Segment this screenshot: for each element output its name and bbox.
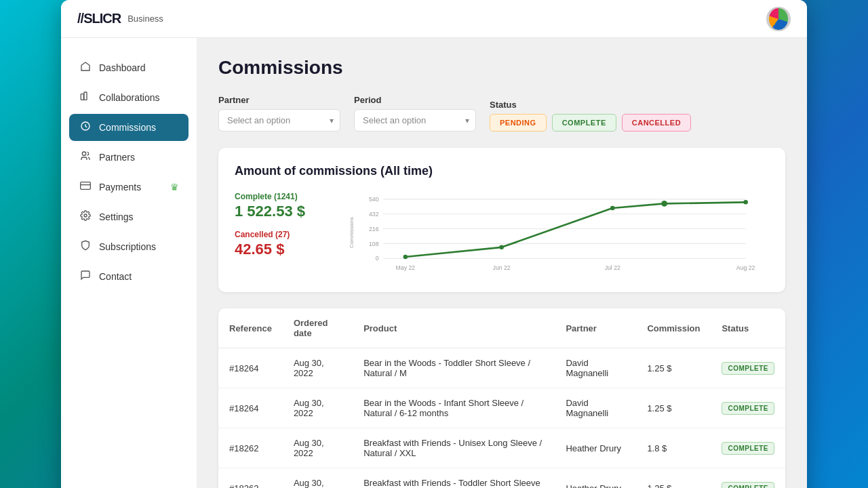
sidebar-item-contact[interactable]: Contact	[69, 263, 189, 290]
cell-product: Bear in the Woods - Toddler Short Sleeve…	[353, 348, 555, 388]
cell-product: Breakfast with Friends - Unisex Long Sle…	[353, 428, 555, 468]
period-filter-group: Period Select an option	[354, 95, 476, 131]
commissions-table: Reference Ordered date Product Partner C…	[218, 308, 785, 488]
sidebar-item-partners[interactable]: Partners	[69, 144, 189, 171]
sidebar-item-collaborations[interactable]: Collaborations	[69, 84, 189, 111]
sidebar-label-contact: Contact	[99, 271, 132, 282]
cell-reference: #18262	[218, 468, 283, 489]
partner-filter-label: Partner	[218, 95, 340, 105]
sidebar-label-partners: Partners	[99, 152, 135, 163]
status-filter-buttons: PENDING COMPLETE CANCELLED	[490, 114, 691, 131]
partner-filter-group: Partner Select an option	[218, 95, 340, 131]
cell-partner: Heather Drury	[555, 468, 636, 489]
chart-svg-wrapper: 540 432 216 108 0 Commissions	[338, 192, 769, 276]
status-badge: COMPLETE	[722, 362, 774, 375]
svg-text:108: 108	[369, 241, 379, 247]
sidebar-item-payments[interactable]: Payments ♛	[69, 174, 189, 201]
table-body: #18264 Aug 30, 2022 Bear in the Woods - …	[218, 348, 785, 489]
svg-point-22	[743, 200, 748, 205]
svg-point-6	[84, 214, 87, 217]
col-ordered-date: Ordered date	[283, 308, 353, 348]
svg-point-3	[82, 152, 85, 155]
contact-icon	[79, 270, 92, 283]
settings-icon	[79, 210, 92, 224]
user-avatar[interactable]	[766, 7, 791, 31]
cell-status: COMPLETE	[711, 388, 785, 428]
table-row: #18264 Aug 30, 2022 Bear in the Woods - …	[218, 348, 785, 388]
logo-text: //SLICR	[77, 11, 121, 26]
header: //SLICR Business	[61, 0, 807, 38]
cell-reference: #18264	[218, 388, 283, 428]
cell-commission: 1.25 $	[636, 348, 711, 388]
svg-text:216: 216	[369, 226, 379, 232]
sidebar-item-dashboard[interactable]: Dashboard	[69, 54, 189, 81]
sidebar-item-subscriptions[interactable]: Subscriptions	[69, 233, 189, 260]
sidebar-label-dashboard: Dashboard	[99, 62, 146, 73]
table-row: #18262 Aug 30, 2022 Breakfast with Frien…	[218, 428, 785, 468]
sidebar: Dashboard Collaborations	[61, 38, 197, 488]
logo-business: Business	[127, 14, 163, 24]
sidebar-item-commissions[interactable]: Commissions	[69, 114, 189, 141]
home-icon	[79, 61, 92, 75]
cell-product: Bear in the Woods - Infant Short Sleeve …	[353, 388, 555, 428]
status-badge: COMPLETE	[722, 482, 774, 489]
cell-status: COMPLETE	[711, 348, 785, 388]
svg-text:540: 540	[369, 196, 379, 203]
status-cancelled-button[interactable]: CANCELLED	[622, 114, 691, 131]
svg-point-20	[610, 206, 615, 211]
status-filter-label: Status	[490, 100, 691, 110]
col-partner: Partner	[555, 308, 636, 348]
cell-ordered-date: Aug 30, 2022	[283, 468, 353, 489]
cancelled-value: 42.65 $	[235, 241, 316, 258]
table-header: Reference Ordered date Product Partner C…	[218, 308, 785, 348]
partners-icon	[79, 150, 92, 164]
complete-value: 1 522.53 $	[235, 203, 316, 220]
cell-commission: 1.25 $	[636, 468, 711, 489]
period-select-wrapper: Select an option	[354, 109, 476, 131]
collaborations-icon	[79, 91, 92, 104]
status-pending-button[interactable]: PENDING	[490, 114, 547, 131]
payments-icon	[79, 180, 92, 194]
svg-text:Jun 22: Jun 22	[493, 264, 511, 271]
main-content: Commissions Partner Select an option Per…	[197, 38, 807, 488]
complete-label: Complete (1241)	[235, 192, 316, 201]
cell-commission: 1.8 $	[636, 428, 711, 468]
logo-slashes: //	[77, 11, 83, 26]
svg-point-21	[661, 201, 667, 207]
partner-select[interactable]: Select an option	[218, 109, 340, 131]
col-status: Status	[711, 308, 785, 348]
cell-ordered-date: Aug 30, 2022	[283, 388, 353, 428]
cell-ordered-date: Aug 30, 2022	[283, 428, 353, 468]
cell-partner: David Magnanelli	[555, 348, 636, 388]
table-row: #18262 Aug 30, 2022 Breakfast with Frien…	[218, 468, 785, 489]
cell-partner: David Magnanelli	[555, 388, 636, 428]
sidebar-item-settings[interactable]: Settings	[69, 203, 189, 230]
status-badge: COMPLETE	[722, 442, 774, 455]
svg-text:Aug 22: Aug 22	[736, 264, 755, 271]
col-reference: Reference	[218, 308, 283, 348]
main-layout: Dashboard Collaborations	[61, 38, 807, 488]
col-commission: Commission	[636, 308, 711, 348]
chart-title: Amount of commissions (All time)	[235, 164, 769, 178]
cell-commission: 1.25 $	[636, 388, 711, 428]
svg-text:432: 432	[369, 211, 379, 218]
payments-crown-badge: ♛	[170, 182, 179, 192]
sidebar-label-collaborations: Collaborations	[99, 92, 160, 103]
svg-text:Period: Period	[561, 272, 576, 273]
chart-content: Complete (1241) 1 522.53 $ Cancelled (27…	[235, 192, 769, 276]
cell-reference: #18262	[218, 428, 283, 468]
sidebar-label-subscriptions: Subscriptions	[99, 241, 156, 252]
svg-rect-1	[84, 92, 87, 100]
col-product: Product	[353, 308, 555, 348]
logo: //SLICR Business	[77, 11, 163, 26]
status-filter-group: Status PENDING COMPLETE CANCELLED	[490, 100, 691, 131]
chart-card: Amount of commissions (All time) Complet…	[218, 148, 785, 292]
cell-partner: Heather Drury	[555, 428, 636, 468]
svg-point-18	[403, 255, 408, 260]
period-select[interactable]: Select an option	[354, 109, 476, 131]
svg-text:Commissions: Commissions	[349, 217, 355, 248]
filters-row: Partner Select an option Period Select a…	[218, 95, 785, 131]
commissions-table-wrapper: Reference Ordered date Product Partner C…	[218, 308, 785, 488]
status-complete-button[interactable]: COMPLETE	[552, 114, 616, 131]
cell-product: Breakfast with Friends - Toddler Short S…	[353, 468, 555, 489]
